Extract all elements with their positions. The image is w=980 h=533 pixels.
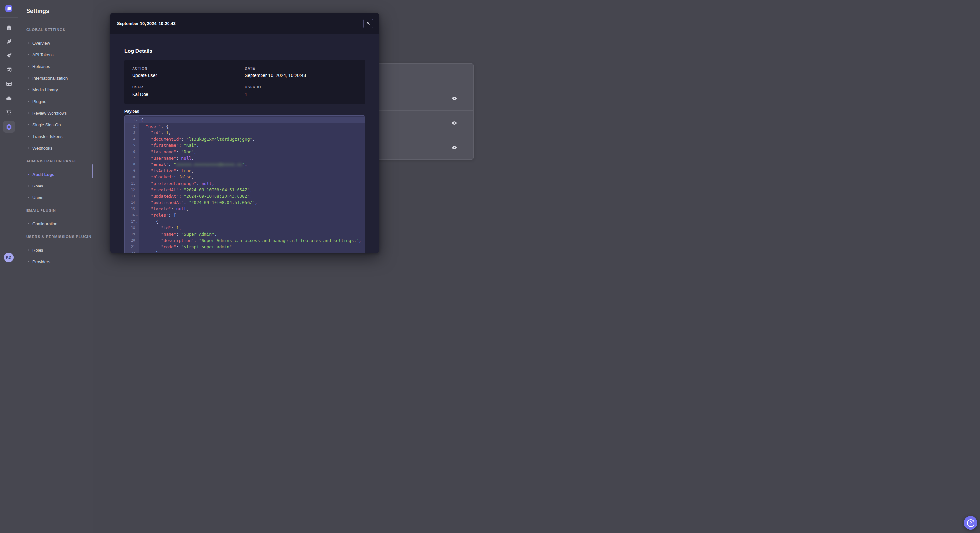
code-gutter: 3 <box>125 130 140 136</box>
code-gutter: 2⌄ <box>125 124 140 130</box>
code-gutter: 1⌄ <box>125 117 140 124</box>
line-number: 19 <box>131 231 135 238</box>
line-number: 12 <box>131 187 135 194</box>
code-token: "Doe" <box>181 149 194 154</box>
code-token: : <box>176 156 181 160</box>
code-token: , <box>191 174 194 179</box>
code-gutter: 22 <box>125 250 140 252</box>
code-token: : <box>184 200 189 205</box>
line-number: 7 <box>133 155 135 162</box>
code-token: , <box>212 181 214 186</box>
code-token: "name" <box>161 232 176 237</box>
line-number: 16 <box>131 212 135 219</box>
code-token: , <box>194 149 196 154</box>
code-line: 16⌄ "roles": [ <box>125 212 364 219</box>
code-token: "firstname" <box>151 143 178 148</box>
code-line: 4 "documentId": "ls3uk3g1xm4ltdrdugzajg0… <box>125 136 364 143</box>
code-token: : <box>171 225 176 230</box>
code-token: : <box>181 136 186 141</box>
code-token: "ls3uk3g1xm4ltdrdugzajg0g" <box>186 136 253 141</box>
code-token: null <box>176 206 186 211</box>
code-line: 20 "description": "Super Admins can acce… <box>125 237 364 244</box>
code-token: "2024-09-10T08:20:43.638Z" <box>184 194 250 198</box>
code-line-content: "preferedLanguage": null, <box>140 180 214 187</box>
code-token: null <box>181 156 191 160</box>
log-details-box: ACTIONUpdate userDATESeptember 10, 2024,… <box>124 60 365 104</box>
log-details-heading: Log Details <box>124 48 365 54</box>
code-token: true <box>181 168 191 173</box>
code-token: "Super Admins can access and manage all … <box>199 238 359 243</box>
code-gutter: 21 <box>125 244 140 250</box>
code-token: : <box>194 238 199 243</box>
code-line: 12 "createdAt": "2024-09-10T08:04:51.054… <box>125 187 364 194</box>
code-token: , <box>359 238 361 243</box>
code-gutter: 12 <box>125 187 140 194</box>
code-line-content: { <box>140 117 143 124</box>
code-token: , <box>214 232 217 237</box>
code-gutter: 19 <box>125 231 140 238</box>
fold-chevron-down-icon[interactable]: ⌄ <box>135 119 139 121</box>
close-button[interactable] <box>363 19 373 29</box>
code-token: : <box>176 244 181 249</box>
line-number: 11 <box>131 180 135 187</box>
code-token: "createdAt" <box>151 187 178 192</box>
code-gutter: 14 <box>125 200 140 206</box>
code-line-content: "publishedAt": "2024-09-10T08:04:51.056Z… <box>140 200 257 206</box>
code-token: , <box>245 162 247 167</box>
payload-code-block[interactable]: 1⌄{2⌄ "user": {3 "id": 1,4 "documentId":… <box>124 115 365 252</box>
line-number: 6 <box>133 149 135 155</box>
code-line: 13 "updatedAt": "2024-09-10T08:20:43.638… <box>125 193 364 200</box>
line-number: 21 <box>131 244 135 250</box>
fold-chevron-down-icon[interactable]: ⌄ <box>135 125 139 128</box>
code-line-content: "blocked": false, <box>140 174 194 180</box>
code-token: "publishedAt" <box>151 200 184 205</box>
code-token: : <box>171 206 176 211</box>
fold-chevron-down-icon[interactable]: ⌄ <box>135 220 139 223</box>
line-number: 5 <box>133 142 135 149</box>
code-token: , <box>191 168 194 173</box>
line-number: 14 <box>131 200 135 206</box>
code-token: "roles" <box>151 213 169 217</box>
code-gutter: 8 <box>125 161 140 168</box>
code-line-content: "username": null, <box>140 155 194 162</box>
code-token: "2024-09-10T08:04:51.056Z" <box>189 200 255 205</box>
code-line-content: "name": "Super Admin", <box>140 231 217 238</box>
fold-chevron-down-icon[interactable]: ⌄ <box>135 214 139 217</box>
code-token: "Super Admin" <box>181 232 214 237</box>
code-token: "preferedLanguage" <box>151 181 196 186</box>
code-token: "lastname" <box>151 149 176 154</box>
code-token: , <box>178 225 181 230</box>
code-line: 2⌄ "user": { <box>125 124 364 130</box>
code-line: 17⌄ { <box>125 219 364 225</box>
redacted-email: xxxxxx.xxxxxxxxxx@xxxxx.xx <box>176 162 242 167</box>
code-line: 10 "blocked": false, <box>125 174 364 180</box>
code-token: " <box>242 162 245 167</box>
line-number: 8 <box>133 161 135 168</box>
code-gutter: 18 <box>125 225 140 231</box>
code-token: : <box>178 187 184 192</box>
code-token: : <box>169 162 174 167</box>
code-token: } <box>156 251 159 252</box>
code-line-content: "isActive": true, <box>140 168 194 174</box>
code-line: 3 "id": 1, <box>125 130 364 136</box>
line-number: 1 <box>133 117 135 124</box>
log-details-modal: September 10, 2024, 10:20:43 Log Details… <box>110 13 379 252</box>
detail-field-value: 1 <box>245 92 357 97</box>
code-gutter: 11 <box>125 180 140 187</box>
code-token: , <box>252 136 255 141</box>
code-line: 14 "publishedAt": "2024-09-10T08:04:51.0… <box>125 200 364 206</box>
detail-field-value: Update user <box>132 73 245 78</box>
code-line-content: "lastname": "Doe", <box>140 149 196 155</box>
code-token: { <box>156 219 159 224</box>
code-token: "Kai" <box>184 143 196 148</box>
code-token: "isActive" <box>151 168 176 173</box>
detail-field: ACTIONUpdate user <box>132 67 245 78</box>
code-token: : <box>178 143 184 148</box>
code-token: : <box>176 168 181 173</box>
modal-body: Log Details ACTIONUpdate userDATESeptemb… <box>110 48 379 252</box>
code-line: 9 "isActive": true, <box>125 168 364 174</box>
payload-label: Payload <box>124 109 365 114</box>
line-number: 4 <box>133 136 135 143</box>
code-line-content: "description": "Super Admins can access … <box>140 237 361 244</box>
code-gutter: 7 <box>125 155 140 162</box>
